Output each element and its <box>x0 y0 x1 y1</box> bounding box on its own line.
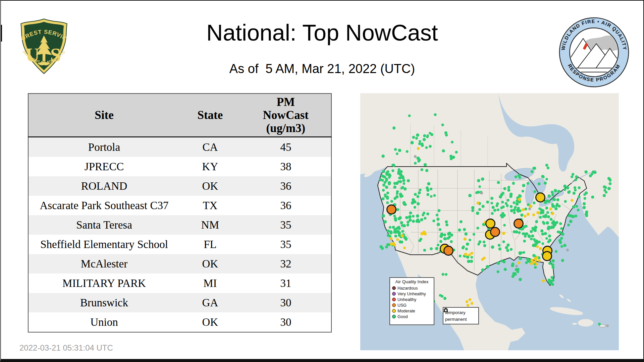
monitor-dot <box>393 186 396 189</box>
aqi-swatch-icon <box>392 286 396 290</box>
aqi-legend-item: Unhealthy <box>392 297 432 302</box>
monitor-dot <box>529 204 532 208</box>
cell-site: Union <box>28 312 180 332</box>
monitor-dot <box>384 195 387 198</box>
monitor-dot <box>572 173 574 176</box>
cell-value: 45 <box>240 137 331 157</box>
monitor-dot <box>433 194 436 197</box>
monitor-dot <box>530 259 533 262</box>
monitor-dot <box>426 213 429 216</box>
monitor-dot <box>478 208 481 211</box>
monitor-dot <box>408 114 411 117</box>
monitor-dot <box>549 207 552 210</box>
monitor-dot <box>441 233 444 236</box>
monitor-dot <box>546 211 549 214</box>
monitor-dot <box>403 247 406 249</box>
monitor-dot <box>512 275 515 278</box>
monitor-dot <box>405 216 408 219</box>
cell-site: Ascarate Park Southeast C37 <box>28 196 180 215</box>
aqi-legend-title: Air Quality Index <box>392 279 432 284</box>
monitor-dot <box>544 232 547 235</box>
monitor-dot <box>539 216 542 219</box>
monitor-dot <box>534 190 536 193</box>
monitor-dot <box>402 201 406 204</box>
monitor-dot <box>547 215 550 218</box>
monitor-dot <box>463 228 466 231</box>
monitor-dot <box>398 149 401 152</box>
monitor-dot <box>393 215 396 217</box>
monitor-dot <box>534 258 537 261</box>
cell-state: OK <box>180 312 240 332</box>
monitor-dot <box>533 167 536 170</box>
monitor-dot <box>498 244 500 247</box>
monitor-dot <box>493 209 496 212</box>
monitor-dot <box>527 213 530 216</box>
monitor-dot <box>527 182 529 185</box>
monitor-dot <box>522 232 525 235</box>
cell-site: MILITARY PARK <box>28 274 180 293</box>
monitor-dot <box>585 213 588 215</box>
monitor-dot <box>603 194 606 197</box>
monitor-dot <box>533 261 536 264</box>
monitor-dot <box>519 176 521 179</box>
monitor-dot <box>475 191 478 194</box>
monitor-dot <box>395 182 399 185</box>
monitor-dot <box>556 198 559 201</box>
monitor-dot <box>486 200 489 203</box>
cell-state: KY <box>180 157 240 176</box>
monitor-dot <box>545 178 548 181</box>
monitor-dot <box>439 228 441 231</box>
monitor-dot <box>519 278 522 281</box>
monitor-dot <box>557 190 560 193</box>
monitor-dot <box>397 226 400 229</box>
monitor-dot <box>542 221 545 224</box>
table-row: Sheffield Elementary SchoolFL35 <box>28 235 331 254</box>
monitor-dot <box>420 218 423 221</box>
monitor-dot <box>481 268 484 272</box>
monitor-dot <box>415 137 418 139</box>
monitor-dot <box>534 229 537 232</box>
monitor-dot <box>552 223 555 226</box>
monitor-dot <box>533 201 535 204</box>
monitor-dot <box>386 201 389 204</box>
monitor-dot <box>513 212 516 214</box>
monitor-dot <box>540 229 543 232</box>
monitor-dot <box>498 247 501 250</box>
monitor-dot <box>392 126 395 129</box>
monitor-dot <box>396 230 399 233</box>
monitor-dot <box>523 251 525 254</box>
monitor-dot <box>385 178 388 181</box>
monitor-dot <box>534 226 537 229</box>
monitor-dot <box>510 205 513 208</box>
monitor-dot <box>412 215 415 218</box>
cell-value: 35 <box>240 215 331 235</box>
monitor-dot <box>459 255 462 257</box>
monitor-dot <box>497 208 499 211</box>
monitor-dot <box>435 247 438 250</box>
monitor-dot <box>387 229 390 233</box>
monitor-dot <box>417 202 420 205</box>
page-title: National: Top NowCast <box>1 19 643 46</box>
aqi-swatch-icon <box>392 292 396 296</box>
monitor-dot <box>531 170 534 173</box>
monitor-dot <box>538 207 541 210</box>
monitor-dot <box>563 185 567 188</box>
monitor-dot <box>509 193 513 196</box>
hispaniola <box>578 319 593 326</box>
monitor-dot <box>384 181 386 184</box>
aqi-label: Good <box>397 314 408 319</box>
monitor-dot <box>607 187 611 190</box>
monitor-dot <box>513 208 516 212</box>
monitor-dot <box>551 259 555 262</box>
monitor-dot <box>390 200 393 203</box>
cell-site: ROLAND <box>28 176 180 196</box>
monitor-dot <box>471 256 473 259</box>
monitor-dot <box>386 197 389 200</box>
top-site-marker <box>491 228 500 237</box>
monitor-dot <box>438 209 441 212</box>
monitor-dot <box>442 149 445 153</box>
monitor-dot <box>436 218 439 221</box>
monitor-dot <box>396 153 398 155</box>
monitor-dot <box>538 182 541 185</box>
monitor-dot <box>379 178 382 181</box>
